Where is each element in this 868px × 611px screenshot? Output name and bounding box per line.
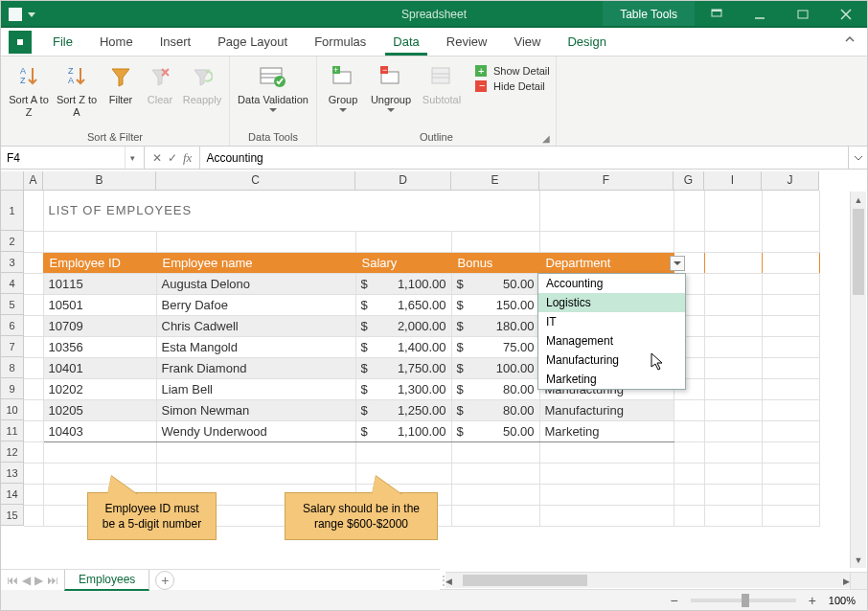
table-header-cell[interactable]: Department xyxy=(539,252,674,273)
row-header[interactable]: 13 xyxy=(1,463,24,484)
cell[interactable]: Augusta Delono xyxy=(156,273,355,294)
sort-az-button[interactable]: AZ Sort A to Z xyxy=(7,58,51,119)
cell[interactable] xyxy=(451,463,539,484)
cell[interactable]: 10401 xyxy=(43,357,156,378)
sort-za-button[interactable]: ZA Sort Z to A xyxy=(55,58,99,119)
cell[interactable]: $1,650.00 xyxy=(355,294,451,315)
cell[interactable] xyxy=(704,273,762,294)
cell[interactable] xyxy=(355,231,451,252)
row-header[interactable]: 10 xyxy=(1,399,24,420)
table-header-cell[interactable] xyxy=(24,252,43,273)
name-box-dropdown-icon[interactable]: ▾ xyxy=(125,147,140,169)
cell[interactable] xyxy=(539,231,674,252)
cell[interactable] xyxy=(451,484,539,505)
cell[interactable] xyxy=(762,336,819,357)
cell[interactable]: Simon Newman xyxy=(156,399,355,420)
cell[interactable] xyxy=(24,378,43,399)
zoom-out-button[interactable]: − xyxy=(667,593,680,608)
cell[interactable] xyxy=(355,463,451,484)
cell[interactable]: 10205 xyxy=(43,399,156,420)
column-header[interactable]: J xyxy=(762,171,819,191)
cell[interactable]: Marketing xyxy=(539,420,674,441)
cell[interactable]: $1,100.00 xyxy=(355,273,451,294)
column-header[interactable]: F xyxy=(539,171,674,191)
tab-page-layout[interactable]: Page Layout xyxy=(204,29,301,55)
show-detail-button[interactable]: + Show Detail xyxy=(474,64,550,78)
cell[interactable] xyxy=(704,315,762,336)
sheet-tab-employees[interactable]: Employees xyxy=(64,570,149,591)
cell[interactable]: $2,000.00 xyxy=(355,315,451,336)
tab-design[interactable]: Design xyxy=(554,29,619,55)
cell[interactable] xyxy=(704,399,762,420)
row-header[interactable]: 7 xyxy=(1,336,24,357)
expand-formula-bar-button[interactable] xyxy=(848,147,867,169)
cell[interactable] xyxy=(762,505,819,526)
collapse-ribbon-button[interactable] xyxy=(844,34,856,49)
scroll-down-button[interactable]: ▼ xyxy=(851,552,866,568)
table-header-cell[interactable] xyxy=(762,252,819,273)
cell[interactable] xyxy=(704,378,762,399)
cell[interactable] xyxy=(674,191,704,231)
table-header-cell[interactable]: Employee ID xyxy=(43,252,156,273)
cell[interactable] xyxy=(43,441,156,463)
table-header-cell[interactable] xyxy=(704,252,762,273)
cell[interactable]: $80.00 xyxy=(451,378,539,399)
row-header[interactable]: 15 xyxy=(1,505,24,526)
dropdown-option[interactable]: IT xyxy=(538,312,685,331)
cell[interactable] xyxy=(451,441,539,463)
table-header-cell[interactable]: Bonus xyxy=(451,252,539,273)
cell[interactable] xyxy=(674,231,704,252)
cell[interactable] xyxy=(704,484,762,505)
add-sheet-button[interactable]: + xyxy=(155,571,174,590)
cell[interactable] xyxy=(674,420,704,441)
cell[interactable] xyxy=(762,231,819,252)
cell[interactable] xyxy=(43,463,156,484)
cell[interactable] xyxy=(762,315,819,336)
zoom-slider[interactable] xyxy=(691,599,796,602)
cell[interactable] xyxy=(355,441,451,463)
cell[interactable]: 10356 xyxy=(43,336,156,357)
cell[interactable] xyxy=(24,336,43,357)
cell[interactable] xyxy=(704,294,762,315)
cell[interactable] xyxy=(24,441,43,463)
maximize-button[interactable] xyxy=(781,1,824,28)
scroll-up-button[interactable]: ▲ xyxy=(851,192,866,208)
tab-review[interactable]: Review xyxy=(433,29,501,55)
column-header[interactable]: C xyxy=(156,171,355,191)
cell[interactable]: Berry Dafoe xyxy=(156,294,355,315)
cell[interactable]: $50.00 xyxy=(451,420,539,441)
cell[interactable]: $50.00 xyxy=(451,273,539,294)
scroll-thumb[interactable] xyxy=(853,209,864,295)
cell[interactable]: $75.00 xyxy=(451,336,539,357)
filter-button[interactable]: Filter xyxy=(103,58,139,106)
cell[interactable] xyxy=(539,484,674,505)
data-validation-button[interactable]: Data Validation xyxy=(236,58,310,112)
confirm-edit-button[interactable]: ✓ xyxy=(168,151,177,165)
cell[interactable] xyxy=(704,336,762,357)
cell[interactable] xyxy=(24,505,43,526)
cell[interactable]: $1,100.00 xyxy=(355,420,451,441)
cell[interactable]: $180.00 xyxy=(451,315,539,336)
cell[interactable]: $1,400.00 xyxy=(355,336,451,357)
cell[interactable] xyxy=(451,505,539,526)
cell[interactable] xyxy=(24,357,43,378)
column-header[interactable]: I xyxy=(704,171,762,191)
cell[interactable] xyxy=(539,463,674,484)
cell[interactable] xyxy=(24,191,43,231)
cell[interactable] xyxy=(762,420,819,441)
cell[interactable]: $1,300.00 xyxy=(355,378,451,399)
cell[interactable] xyxy=(674,463,704,484)
cell[interactable]: Liam Bell xyxy=(156,378,355,399)
cell[interactable]: Wendy Underwood xyxy=(156,420,355,441)
row-header[interactable]: 14 xyxy=(1,484,24,505)
cell[interactable] xyxy=(762,294,819,315)
scroll-right-button[interactable]: ▶ xyxy=(843,573,850,589)
row-header[interactable]: 6 xyxy=(1,315,24,336)
formula-input[interactable]: Accounting xyxy=(200,147,848,169)
cell[interactable]: 10202 xyxy=(43,378,156,399)
cell[interactable] xyxy=(24,294,43,315)
cell[interactable] xyxy=(156,441,355,463)
cell[interactable] xyxy=(156,463,355,484)
cell[interactable] xyxy=(156,231,355,252)
column-header[interactable]: B xyxy=(43,171,156,191)
